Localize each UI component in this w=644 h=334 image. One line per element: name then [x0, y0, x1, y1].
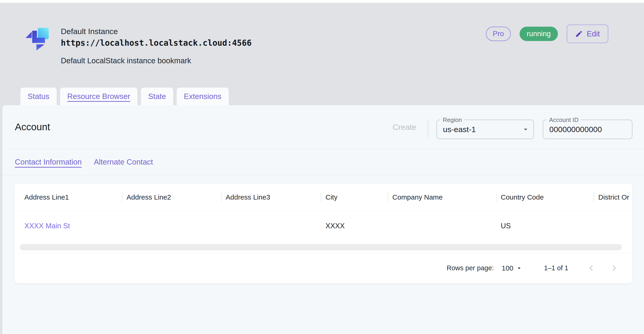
account-toolbar: Account Create Region us-east-1 Account …: [2, 105, 644, 149]
column-header-country-code[interactable]: Country Code: [496, 183, 594, 211]
cell-address-line3: [221, 211, 321, 241]
main-tabs: Status Resource Browser State Extensions: [20, 88, 229, 105]
tab-status[interactable]: Status: [20, 88, 57, 105]
account-id-label: Account ID: [547, 116, 580, 124]
arrow-drop-down-icon: [516, 265, 522, 272]
page-title: Account: [15, 122, 50, 133]
toolbar-divider: [428, 120, 428, 138]
table-row: XXXX Main St XXXX US: [14, 211, 632, 241]
cell-company-name: [388, 211, 496, 241]
column-header-address-line1[interactable]: Address Line1: [14, 183, 122, 211]
account-id-value: 000000000000: [549, 125, 602, 134]
pagination-range: 1–1 of 1: [544, 264, 568, 272]
cell-city: XXXX: [321, 211, 388, 241]
cell-country-code: US: [496, 211, 594, 241]
contacts-table-card: Address Line1 Address Line2 Address Line…: [14, 183, 632, 283]
instance-header: Default Instance https://localhost.local…: [0, 3, 644, 105]
status-badge: running: [520, 27, 558, 41]
chevron-left-icon: [586, 264, 596, 273]
rows-per-page-label: Rows per page:: [447, 264, 494, 272]
cell-district: [594, 211, 632, 241]
rows-per-page-value: 100: [502, 264, 513, 272]
instance-subtitle: Default LocalStack instance bookmark: [61, 56, 252, 65]
localstack-logo-icon: [23, 24, 51, 53]
browser-top-strip: [0, 0, 644, 3]
edit-button-label: Edit: [587, 29, 600, 38]
account-subtabs: Contact Information Alternate Contact: [2, 149, 644, 175]
region-select-label: Region: [441, 116, 464, 124]
column-header-company-name[interactable]: Company Name: [388, 183, 496, 211]
table-footer: Rows per page: 100 1–1 of 1: [14, 253, 632, 283]
column-header-district[interactable]: District Or: [594, 183, 632, 211]
subtab-alternate-contact[interactable]: Alternate Contact: [94, 158, 153, 167]
edit-button[interactable]: Edit: [567, 24, 608, 43]
chevron-right-icon: [610, 264, 619, 273]
resource-browser-panel: Account Create Region us-east-1 Account …: [2, 105, 644, 334]
pagination-nav: [586, 263, 620, 273]
previous-page-button[interactable]: [586, 263, 596, 273]
horizontal-scroll-zone: [14, 241, 632, 253]
region-select[interactable]: Region us-east-1: [436, 120, 534, 139]
column-header-city[interactable]: City: [321, 183, 388, 211]
instance-url: https://localhost.localstack.cloud:4566: [61, 38, 252, 47]
horizontal-scrollbar[interactable]: [20, 244, 622, 250]
rows-per-page-select[interactable]: 100: [502, 264, 522, 272]
instance-title: Default Instance: [61, 27, 252, 36]
chevron-down-icon: [522, 125, 530, 134]
tab-resource-browser[interactable]: Resource Browser: [60, 88, 138, 105]
tab-state[interactable]: State: [141, 88, 173, 105]
region-select-value: us-east-1: [443, 125, 476, 134]
column-header-address-line2[interactable]: Address Line2: [122, 183, 221, 211]
pencil-icon: [575, 30, 583, 38]
cell-address-line1-link[interactable]: XXXX Main St: [14, 211, 122, 241]
column-header-address-line3[interactable]: Address Line3: [221, 183, 321, 211]
subtab-contact-information[interactable]: Contact Information: [15, 158, 82, 167]
tab-extensions[interactable]: Extensions: [177, 88, 228, 105]
next-page-button[interactable]: [609, 263, 620, 273]
cell-address-line2: [122, 211, 221, 241]
pro-badge: Pro: [486, 27, 510, 41]
table-header-row: Address Line1 Address Line2 Address Line…: [14, 183, 632, 211]
create-button[interactable]: Create: [386, 123, 423, 132]
account-id-field[interactable]: Account ID 000000000000: [543, 120, 632, 139]
header-badges: Pro running Edit: [486, 24, 608, 43]
